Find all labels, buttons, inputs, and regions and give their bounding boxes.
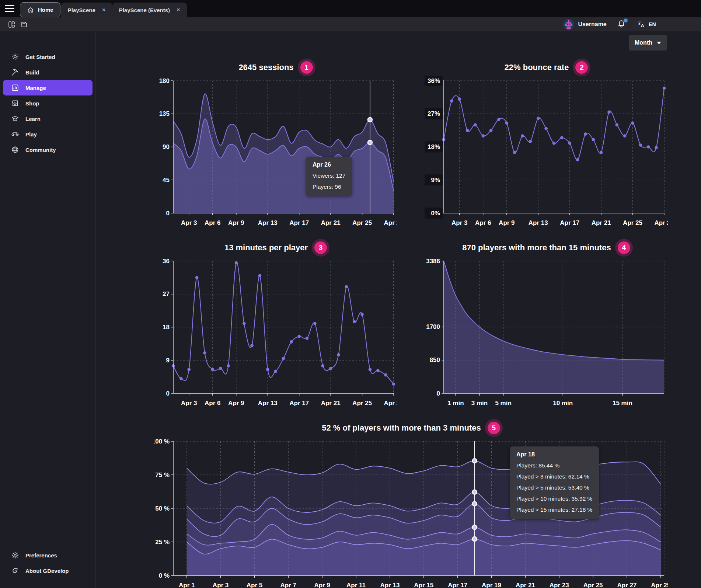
close-icon[interactable]: × [102,6,106,14]
svg-text:Apr 29: Apr 29 [384,219,397,226]
chart-plot: 04590135180Apr 3Apr 6Apr 9Apr 13Apr 17Ap… [154,76,397,229]
tab-label: Home [38,7,53,13]
sidebar-item-label: Community [25,147,56,153]
svg-text:Apr 29: Apr 29 [384,400,397,407]
svg-text:Apr 19: Apr 19 [482,582,501,588]
svg-text:Apr 21: Apr 21 [321,219,341,226]
svg-text:Apr 21: Apr 21 [592,219,611,226]
svg-text:90: 90 [163,143,170,150]
notification-dot [624,18,628,22]
sidebar-item-label: Manage [25,85,46,91]
svg-text:36: 36 [163,258,170,265]
user-account-button[interactable]: Username [563,19,606,30]
language-selector[interactable]: x A EN [637,20,656,28]
language-code-label: EN [649,21,656,27]
sidebar-item-preferences[interactable]: Preferences [3,547,93,563]
save-icon [20,21,28,28]
tooltip-value: Played > 15 minutes: 27.18 % [516,507,592,513]
tooltip-value: Viewers: 127 [313,173,345,179]
sessions-chart-canvas[interactable]: 04590135180Apr 3Apr 6Apr 9Apr 13Apr 17Ap… [154,76,397,231]
chart-title: 870 players with more than 15 minutes [462,243,611,253]
chevron-down-icon [657,42,661,44]
svg-text:Apr 3: Apr 3 [213,582,229,588]
svg-text:9%: 9% [431,177,440,184]
bounce-rate-chart-canvas[interactable]: 0%9%18%27%36%Apr 3Apr 6Apr 9Apr 13Apr 17… [425,76,668,231]
svg-text:0 %: 0 % [159,572,170,579]
sidebar-item-about-gdevelop[interactable]: About GDevelop [3,563,93,578]
svg-text:Apr 29: Apr 29 [651,582,668,588]
svg-text:25 %: 25 % [155,539,170,546]
sidebar-item-learn[interactable]: Learn [3,111,93,126]
sidebar-item-shop[interactable]: Shop [3,95,93,111]
tab-playscene[interactable]: PlayScene× [61,3,112,17]
svg-text:50 %: 50 % [155,505,170,512]
sidebar-item-manage[interactable]: Manage [3,80,93,95]
sessions-chart: 2645 sessions 1 04590135180Apr 3Apr 6Apr… [154,51,397,231]
top-tab-bar: HomePlayScene×PlayScene (Events)× [0,0,701,17]
tooltip-date: Apr 26 [313,161,345,168]
sidebar-item-community[interactable]: Community [3,142,93,157]
svg-text:A: A [641,23,644,28]
svg-text:100 %: 100 % [154,438,170,445]
svg-text:18%: 18% [428,143,440,150]
svg-text:Apr 17: Apr 17 [289,400,309,407]
svg-text:Apr 9: Apr 9 [228,219,244,226]
tooltip-value: Played > 10 minutes: 35.92 % [516,495,592,502]
bounce-rate-chart: 22% bounce rate 2 0%9%18%27%36%Apr 3Apr … [425,51,668,231]
chart-tooltip: Apr 18Players: 85.44 %Played > 3 minutes… [510,446,599,519]
sidebar-footer: PreferencesAbout GDevelop [0,547,95,578]
svg-text:18: 18 [163,324,170,331]
chart-title: 52 % of players with more than 3 minutes [322,423,481,433]
retention-duration-chart-canvas[interactable]: 0850170033861 min3 min5 min10 min15 min [425,257,668,411]
tooltip-value: Played > 5 minutes: 53.40 % [516,484,592,491]
chart-plot: 0%9%18%27%36%Apr 3Apr 6Apr 9Apr 13Apr 17… [425,76,668,229]
svg-text:10 min: 10 min [553,400,573,407]
tab-playscene-events[interactable]: PlayScene (Events)× [112,3,187,17]
hamburger-menu-icon[interactable] [0,0,19,17]
svg-text:135: 135 [159,110,170,117]
period-dropdown[interactable]: Month [629,35,667,51]
minutes-per-player-chart: 13 minutes per player 3 09182736Apr 3Apr… [154,231,397,411]
sidebar-item-play[interactable]: Play [3,126,93,142]
tab-home[interactable]: Home [20,2,60,17]
sidebar-item-label: Get Started [25,54,55,60]
svg-text:Apr 9: Apr 9 [228,400,244,407]
svg-text:5 min: 5 min [495,400,511,407]
tab-label: PlayScene [68,7,95,13]
svg-text:Apr 25: Apr 25 [623,219,642,226]
tooltip-value: Players: 85.44 % [516,462,592,469]
close-icon[interactable]: × [177,6,180,14]
toolbar-right-cluster: Username x A EN [563,19,696,30]
step-badge-4: 4 [618,241,630,254]
svg-text:Apr 23: Apr 23 [550,582,569,588]
svg-text:36%: 36% [428,77,440,84]
tooltip-date: Apr 18 [516,451,592,458]
svg-text:0: 0 [437,390,440,397]
save-button[interactable] [18,19,30,30]
svg-text:Apr 15: Apr 15 [414,582,433,588]
gamepad-icon [11,130,19,138]
sidebar-item-get-started[interactable]: Get Started [3,49,93,65]
home-icon [27,6,34,14]
sidebar-item-label: Shop [25,100,39,107]
sidebar-item-label: Build [25,69,39,76]
svg-text:Apr 7: Apr 7 [280,582,296,588]
svg-text:3386: 3386 [426,258,440,265]
svg-text:180: 180 [159,77,170,84]
svg-text:Apr 1: Apr 1 [179,582,195,588]
sidebar-item-build[interactable]: Build [3,65,93,80]
svg-text:Apr 21: Apr 21 [321,400,341,407]
chart-title: 22% bounce rate [505,63,569,72]
svg-text:Apr 9: Apr 9 [314,582,330,588]
step-badge-3: 3 [314,241,327,254]
tooltip-value: Players: 96 [313,184,345,190]
svg-text:1 min: 1 min [447,400,464,407]
svg-text:Apr 17: Apr 17 [560,219,579,226]
sidebar-item-label: About GDevelop [25,568,69,574]
minutes-per-player-chart-canvas[interactable]: 09182736Apr 3Apr 6Apr 9Apr 13Apr 17Apr 2… [154,257,397,411]
notifications-button[interactable] [617,20,627,29]
layout-panels-button[interactable] [5,19,18,30]
step-badge-1: 1 [300,61,313,74]
svg-text:75 %: 75 % [155,472,170,479]
pickaxe-icon [11,68,19,76]
